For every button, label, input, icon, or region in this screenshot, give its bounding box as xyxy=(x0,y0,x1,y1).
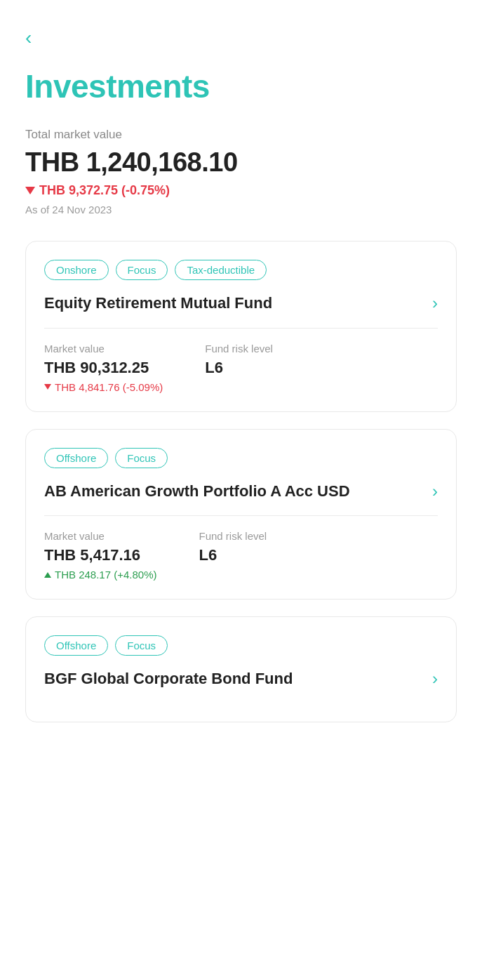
fund-tags-0: Onshore Focus Tax-deductible xyxy=(44,260,438,280)
fund-details-0: Market value THB 90,312.25 THB 4,841.76 … xyxy=(44,343,438,393)
chevron-right-icon-1: › xyxy=(432,482,438,501)
tag-onshore: Onshore xyxy=(44,260,109,280)
risk-col-0: Fund risk level L6 xyxy=(205,343,273,393)
change-value-0: THB 4,841.76 (-5.09%) xyxy=(55,381,163,393)
change-value-1: THB 248.17 (+4.80%) xyxy=(55,569,157,581)
back-chevron-icon: ‹ xyxy=(25,28,32,48)
fund-header-0: Equity Retirement Mutual Fund › xyxy=(44,293,438,314)
fund-tags-2: Offshore Focus xyxy=(44,635,438,656)
risk-col-1: Fund risk level L6 xyxy=(199,530,267,581)
fund-card-1[interactable]: Offshore Focus AB American Growth Portfo… xyxy=(25,429,457,600)
total-date: As of 24 Nov 2023 xyxy=(25,204,457,216)
market-value-label-0: Market value xyxy=(44,343,163,355)
risk-value-0: L6 xyxy=(205,359,273,377)
chevron-right-icon-2: › xyxy=(432,669,438,689)
fund-header-1: AB American Growth Portfolio A Acc USD › xyxy=(44,481,438,502)
risk-value-1: L6 xyxy=(199,546,267,564)
fund-name-2: BGF Global Corporate Bond Fund xyxy=(44,668,432,689)
tag-focus-2: Focus xyxy=(115,635,168,656)
total-value: THB 1,240,168.10 xyxy=(25,147,457,178)
fund-tags-1: Offshore Focus xyxy=(44,448,438,468)
down-arrow-icon xyxy=(25,187,35,194)
fund-card-0[interactable]: Onshore Focus Tax-deductible Equity Reti… xyxy=(25,241,457,412)
tag-tax-deductible: Tax-deductible xyxy=(175,260,267,280)
tag-offshore-1: Offshore xyxy=(44,448,108,468)
page-title: Investments xyxy=(25,67,457,105)
up-tri-icon-1 xyxy=(44,572,51,578)
fund-name-1: AB American Growth Portfolio A Acc USD xyxy=(44,481,432,502)
risk-label-1: Fund risk level xyxy=(199,530,267,542)
down-tri-icon-0 xyxy=(44,384,51,390)
tag-offshore-2: Offshore xyxy=(44,635,108,656)
total-label: Total market value xyxy=(25,128,457,142)
fund-card-2[interactable]: Offshore Focus BGF Global Corporate Bond… xyxy=(25,616,457,722)
change-0: THB 4,841.76 (-5.09%) xyxy=(44,381,163,393)
fund-header-2: BGF Global Corporate Bond Fund › xyxy=(44,668,438,689)
change-1: THB 248.17 (+4.80%) xyxy=(44,569,157,581)
market-value-label-1: Market value xyxy=(44,530,157,542)
page-container: ‹ Investments Total market value THB 1,2… xyxy=(0,0,482,767)
divider-1 xyxy=(44,515,438,516)
tag-focus-1: Focus xyxy=(115,448,168,468)
market-value-col-1: Market value THB 5,417.16 THB 248.17 (+4… xyxy=(44,530,157,581)
fund-details-1: Market value THB 5,417.16 THB 248.17 (+4… xyxy=(44,530,438,581)
back-button[interactable]: ‹ xyxy=(25,28,53,48)
fund-name-0: Equity Retirement Mutual Fund xyxy=(44,293,432,314)
market-value-1: THB 5,417.16 xyxy=(44,546,157,564)
total-change: THB 9,372.75 (-0.75%) xyxy=(25,183,457,198)
risk-label-0: Fund risk level xyxy=(205,343,273,355)
market-value-col-0: Market value THB 90,312.25 THB 4,841.76 … xyxy=(44,343,163,393)
total-section: Total market value THB 1,240,168.10 THB … xyxy=(25,128,457,216)
chevron-right-icon-0: › xyxy=(432,293,438,313)
divider-0 xyxy=(44,328,438,329)
market-value-0: THB 90,312.25 xyxy=(44,359,163,377)
total-change-value: THB 9,372.75 (-0.75%) xyxy=(39,183,170,198)
tag-focus: Focus xyxy=(116,260,168,280)
